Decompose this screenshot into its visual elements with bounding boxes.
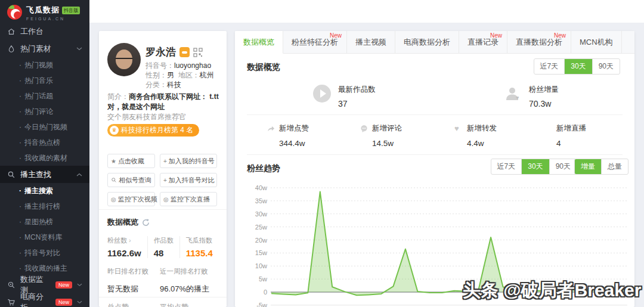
delta-stat-value: 4.4w [467,139,497,148]
y-axis-tick: 25w [255,224,267,231]
fans-icon: ♥ [504,85,522,103]
new-badge: New [55,299,72,306]
sidebar-subitem[interactable]: 热门音乐 [0,73,89,88]
profile-action-button[interactable]: ◎监控下次直播 [160,192,217,206]
profile-action-button[interactable]: ◎监控下次视频 [107,192,155,206]
sidebar-item[interactable]: 工作台 [0,23,89,40]
sidebar-subitem[interactable]: 星图热榜 [0,214,89,230]
sidebar-subitem[interactable]: 播主排行榜 [0,199,89,214]
intro-subtext: 交个朋友科技首席推荐官 [107,112,219,122]
edition-badge: 抖音版 [62,7,80,14]
stat-label: 作品数 [154,236,174,245]
profile-action-button[interactable]: 相似号查询 [107,173,155,187]
delta-stat: 新增评论 14.5w [360,123,402,148]
mode-button[interactable]: 总量 [602,159,628,174]
sidebar-subitem[interactable]: 抖音号对比 [0,245,89,261]
tab-item[interactable]: 直播记录New [459,31,507,53]
overview-big-stats: 最新作品数 37♥粉丝增量 70.3w [235,80,634,114]
sidebar-item[interactable]: 热门素材 [0,40,89,57]
sidebar-subitem[interactable]: 热门话题 [0,88,89,104]
sidebar-subitem-label: 我收藏的素材 [24,153,67,163]
big-stat-value: 70.3w [529,99,559,108]
profile-action-button[interactable]: ★点击收藏 [107,154,155,168]
tab-label: 数据概览 [243,37,274,48]
monitor-icon: ◎ [111,196,116,203]
chevron-down-icon [77,300,82,304]
qr-code-icon[interactable] [193,48,203,57]
y-axis-tick: -5w [256,302,267,307]
intro-label: 简介： [107,92,129,101]
sidebar-subitem-label: 抖音号对比 [24,248,60,258]
delta-stat: 新增点赞 344.4w [267,123,309,148]
y-axis-tick: 35w [255,197,267,204]
sidebar-subitem[interactable]: 播主搜索 [0,183,89,199]
delta-stat-value: 14.5w [372,139,402,148]
action-label: 点击收藏 [118,157,144,166]
y-axis-tick: 5w [259,275,267,283]
action-label: 监控下次直播 [171,195,210,204]
profile-action-button[interactable]: +加入抖音号对比 [160,173,217,187]
rank-badge-label: 科技排行榜月榜第 4 名 [121,125,193,135]
new-badge: New [55,281,72,289]
range-button[interactable]: 90天 [550,159,577,174]
chevron-up-icon [76,173,82,176]
profile-stats: 粉丝数 › 1162.6w作品数 48飞瓜指数 1135.4 [107,236,218,258]
rank-label: 昨日排名打败 [107,267,160,276]
feigua-logo-icon [7,5,22,20]
delta-stat: ♥新增转发 4.4w [454,123,497,148]
sidebar-subitem-label: MCN资料库 [24,232,62,243]
avatar[interactable] [107,43,141,76]
sidebar-subitem[interactable]: 抖音热点榜 [0,135,89,150]
chevron-down-icon [77,283,82,287]
tab-new-badge: New [490,32,502,39]
sidebar-item-label: 工作台 [20,26,44,37]
sidebar-subitem[interactable]: 热门评论 [0,104,89,119]
overview-section-title: 数据概览 [247,62,280,73]
range-button[interactable]: 90天 [593,59,620,74]
refresh-icon[interactable] [142,219,150,227]
sidebar-item-label: 电商分析 [20,292,48,307]
verified-badge-icon[interactable] [179,47,190,57]
rank-value: 96.07%的播主 [160,284,219,294]
tab-active[interactable]: 数据概览 [235,31,283,54]
tab-item[interactable]: MCN机构 [571,31,622,53]
profile-action-button[interactable]: +加入我的抖音号 [160,154,217,168]
tab-item[interactable]: 粉丝特征分析New [283,31,347,53]
range-button[interactable]: 30天 [522,159,549,174]
category-label: 分类： [145,80,167,89]
range-button[interactable]: 近7天 [534,59,565,74]
sidebar-subitem[interactable]: MCN资料库 [0,230,89,245]
tab-item[interactable]: 播主视频 [347,31,395,53]
profile-card: 罗永浩 抖音号：luoyonghao 性别：男 地区：杭州 分类：科技 简介：商… [99,31,227,307]
comment-icon [360,124,369,133]
sidebar-subitem[interactable]: 今日热门视频 [0,119,89,135]
y-axis-tick: 20w [255,237,267,244]
brand-logo[interactable]: 飞瓜数据 抖音版 FEIGUA.CN [0,0,89,23]
sidebar-item[interactable]: 电商分析New [0,293,89,307]
profile-stat[interactable]: 粉丝数 › 1162.6w [107,236,148,258]
range-button[interactable]: 30天 [565,59,592,74]
tab-label: 播主视频 [355,37,386,48]
big-stat-label: 最新作品数 [338,85,376,95]
heart-icon: ♥ [454,124,463,133]
mode-button[interactable]: 增量 [575,159,602,174]
sidebar-subitem[interactable]: 热门视频 [0,57,89,73]
app-root: 飞瓜数据 抖音版 FEIGUA.CN 工作台热门素材热门视频热门音乐热门话题热门… [0,0,644,307]
tab-new-badge: New [330,32,342,39]
sidebar-subitem[interactable]: 我收藏的素材 [0,150,89,166]
tab-item[interactable]: 直播数据分析New [507,31,571,53]
range-button[interactable]: 近7天 [491,159,522,174]
brand-name: 飞瓜数据 [26,5,60,15]
sidebar-subitem-label: 抖音热点榜 [24,138,60,148]
partial-label: 平均点赞 [160,302,188,307]
tab-new-badge: New [554,32,566,39]
rank-value: 暂无数据 [107,284,160,294]
delta-stat-value: 344.4w [279,139,309,148]
douyin-id-label: 抖音号： [145,61,174,70]
rank-badge[interactable]: ♛ 科技排行榜月榜第 4 名 [107,124,199,137]
profile-stat: 作品数 48 [154,236,180,258]
gender-value: 男 [167,71,174,79]
tab-item[interactable]: 电商数据分析 [395,31,459,53]
main-panel: 数据概览粉丝特征分析New播主视频电商数据分析直播记录New直播数据分析NewM… [235,31,634,307]
sidebar-item[interactable]: 播主查找 [0,166,89,183]
